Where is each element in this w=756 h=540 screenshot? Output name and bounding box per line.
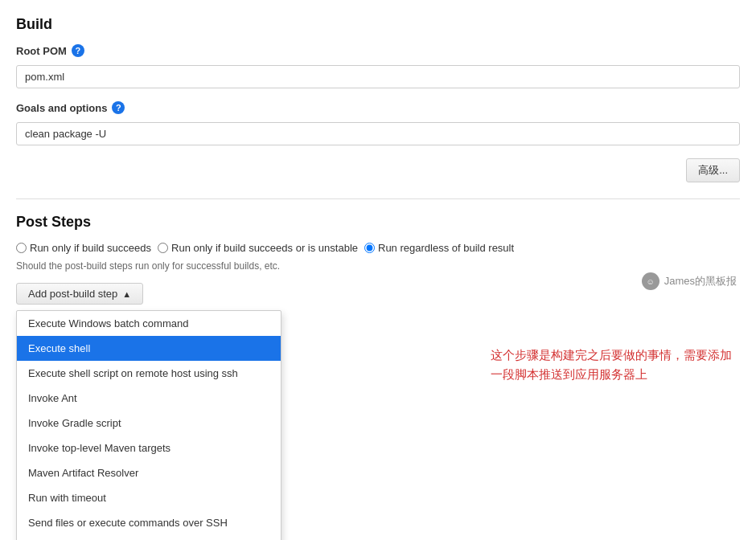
- dropdown-item-github-status[interactable]: Set build status to "pending" on GitHub …: [17, 535, 281, 540]
- section-divider: [16, 198, 740, 199]
- add-step-btn-container: Add post-build step ▲ Execute Windows ba…: [16, 283, 740, 305]
- dropdown-item-maven-artifact[interactable]: Maven Artifact Resolver: [17, 460, 281, 485]
- post-steps-title: Post Steps: [16, 214, 740, 231]
- watermark-text: James的黑板报: [664, 274, 737, 288]
- goals-input[interactable]: [16, 122, 740, 145]
- advanced-button[interactable]: 高级...: [686, 158, 740, 182]
- radio-option-1[interactable]: Run only if build succeeds: [16, 242, 151, 254]
- radio-option-2[interactable]: Run only if build succeeds or is unstabl…: [158, 242, 358, 254]
- dropdown-item-invoke-maven[interactable]: Invoke top-level Maven targets: [17, 436, 281, 460]
- watermark: ☺ James的黑板报: [642, 272, 737, 290]
- build-section-title: Build: [16, 16, 740, 33]
- page-container: Build Root POM ? Goals and options ? 高级.…: [0, 0, 756, 305]
- dropdown-item-send-files-ssh[interactable]: Send files or execute commands over SSH: [17, 510, 281, 535]
- goals-help-icon[interactable]: ?: [112, 101, 125, 114]
- hint-text: Should the post-build steps run only for…: [16, 260, 740, 272]
- dropdown-arrow-icon: ▲: [122, 289, 131, 299]
- radio-unstable[interactable]: [158, 243, 168, 253]
- radio-group: Run only if build succeeds Run only if b…: [16, 242, 740, 254]
- root-pom-label-row: Root POM ?: [16, 44, 740, 62]
- root-pom-input[interactable]: [16, 65, 740, 88]
- dropdown-item-invoke-ant[interactable]: Invoke Ant: [17, 386, 281, 411]
- root-pom-help-icon[interactable]: ?: [72, 44, 84, 57]
- dropdown-item-remote-shell[interactable]: Execute shell script on remote host usin…: [17, 361, 281, 386]
- dropdown-item-run-timeout[interactable]: Run with timeout: [17, 485, 281, 510]
- goals-label-row: Goals and options ?: [16, 101, 740, 119]
- post-steps-section: Post Steps Run only if build succeeds Ru…: [16, 214, 740, 305]
- annotation-line2: 一段脚本推送到应用服务器上: [491, 365, 732, 384]
- watermark-icon: ☺: [642, 272, 659, 290]
- dropdown-item-windows-batch[interactable]: Execute Windows batch command: [17, 311, 281, 336]
- annotation-line1: 这个步骤是构建完之后要做的事情，需要添加: [491, 346, 732, 365]
- goals-label: Goals and options ?: [16, 101, 125, 114]
- post-build-step-dropdown: Execute Windows batch command Execute sh…: [16, 310, 281, 540]
- radio-option-3[interactable]: Run regardless of build result: [364, 242, 514, 254]
- dropdown-item-invoke-gradle[interactable]: Invoke Gradle script: [17, 411, 281, 436]
- dropdown-item-execute-shell[interactable]: Execute shell: [17, 336, 281, 361]
- annotation-box: 这个步骤是构建完之后要做的事情，需要添加 一段脚本推送到应用服务器上: [491, 346, 732, 384]
- add-post-build-step-button[interactable]: Add post-build step ▲: [16, 283, 143, 305]
- radio-succeeds[interactable]: [16, 243, 27, 253]
- radio-regardless[interactable]: [364, 243, 375, 253]
- root-pom-label: Root POM ?: [16, 44, 84, 57]
- advanced-btn-row: 高级...: [16, 158, 740, 182]
